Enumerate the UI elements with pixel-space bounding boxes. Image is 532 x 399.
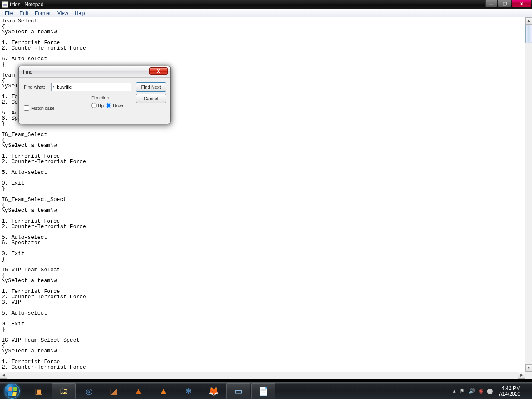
taskbar-item-notepad[interactable]: 📄 — [251, 383, 275, 399]
start-button[interactable] — [1, 383, 23, 399]
chevron-up-icon[interactable]: ▴ — [453, 388, 456, 394]
direction-up-radio[interactable] — [91, 103, 97, 108]
up-label: Up — [98, 103, 104, 108]
system-tray: ▴ ⚑ 🔊 ◉ ⬤ 4:42 PM 7/14/2020 — [453, 383, 532, 399]
direction-label: Direction — [91, 95, 124, 100]
taskbar-item-app2[interactable]: ◪ — [101, 383, 126, 399]
direction-up-option[interactable]: Up — [91, 103, 104, 108]
direction-group: Direction Up Down — [91, 95, 124, 108]
action-center-icon[interactable]: ⚑ — [460, 388, 465, 394]
horizontal-scrollbar[interactable]: ◀ ▶ — [0, 372, 525, 379]
flame-icon: ▲ — [132, 385, 145, 397]
volume-icon[interactable]: 🔊 — [468, 388, 475, 394]
find-close-button[interactable]: X — [149, 67, 168, 75]
direction-down-radio[interactable] — [106, 103, 111, 108]
menu-help[interactable]: Help — [72, 10, 89, 17]
match-case-checkbox[interactable] — [24, 105, 29, 111]
app-icon: ◪ — [107, 385, 120, 397]
clock-time: 4:42 PM — [498, 385, 520, 391]
gear-icon: ✱ — [182, 385, 195, 397]
menu-format[interactable]: Format — [32, 10, 54, 17]
menu-bar: File Edit Format View Help — [0, 9, 532, 17]
scroll-thumb[interactable] — [525, 25, 532, 43]
direction-down-option[interactable]: Down — [106, 103, 124, 108]
taskbar-item-app5[interactable]: ▭ — [226, 383, 250, 399]
folder-icon: 🗂 — [57, 385, 70, 397]
taskbar-item-firefox[interactable]: 🦊 — [201, 383, 225, 399]
taskbar-item-app1[interactable]: ◎ — [77, 383, 101, 399]
media-player-icon: ▣ — [32, 385, 45, 397]
notepad-icon: 📄 — [257, 385, 270, 397]
find-next-button[interactable]: Find Next — [136, 82, 166, 92]
scroll-left-button[interactable]: ◀ — [0, 372, 7, 379]
window-titlebar: titles - Notepad — ❐ ✕ — [0, 0, 532, 9]
show-desktop-button[interactable] — [524, 383, 530, 399]
find-dialog-body: Find what: Find Next Cancel Direction Up… — [19, 78, 170, 124]
clock[interactable]: 4:42 PM 7/14/2020 — [498, 385, 520, 397]
windows-logo-icon — [5, 384, 20, 399]
window-title: titles - Notepad — [10, 2, 44, 7]
picture-icon: ▭ — [232, 385, 245, 397]
notepad-icon — [2, 1, 8, 8]
down-label: Down — [113, 103, 124, 108]
tray-app-icon-2[interactable]: ⬤ — [487, 388, 493, 394]
match-case-label: Match case — [31, 106, 54, 111]
clock-date: 7/14/2020 — [498, 391, 520, 397]
tray-icons: ▴ ⚑ 🔊 ◉ ⬤ — [453, 388, 493, 394]
vlc-icon: ▲ — [157, 385, 170, 397]
taskbar-item-app4[interactable]: ✱ — [176, 383, 200, 399]
window-controls: — ❐ ✕ — [485, 0, 531, 7]
scroll-down-button[interactable]: ▼ — [525, 364, 532, 372]
find-dialog-title: Find — [23, 69, 32, 75]
close-button[interactable]: ✕ — [512, 0, 531, 7]
find-dialog: Find X Find what: Find Next Cancel Direc… — [18, 66, 171, 124]
taskbar-item-mediaplayer[interactable]: ▣ — [27, 383, 51, 399]
taskbar-items: ▣ 🗂 ◎ ◪ ▲ ▲ ✱ 🦊 ▭ 📄 — [27, 383, 275, 399]
maximize-button[interactable]: ❐ — [498, 0, 511, 7]
menu-edit[interactable]: Edit — [16, 10, 32, 17]
taskbar-item-app3[interactable]: ▲ — [126, 383, 151, 399]
firefox-icon: 🦊 — [207, 385, 220, 397]
scroll-up-button[interactable]: ▲ — [525, 17, 532, 25]
app-icon: ◎ — [82, 385, 95, 397]
menu-view[interactable]: View — [54, 10, 72, 17]
find-dialog-titlebar[interactable]: Find X — [19, 66, 170, 78]
minimize-button[interactable]: — — [485, 0, 497, 7]
taskbar-item-explorer[interactable]: 🗂 — [52, 383, 76, 399]
vertical-scrollbar[interactable]: ▲ ▼ — [525, 17, 532, 372]
menu-file[interactable]: File — [2, 10, 16, 17]
find-what-input[interactable] — [51, 83, 131, 91]
cancel-button[interactable]: Cancel — [136, 94, 166, 103]
match-case-option[interactable]: Match case — [24, 105, 54, 111]
taskbar-item-vlc[interactable]: ▲ — [151, 383, 176, 399]
taskbar: ▣ 🗂 ◎ ◪ ▲ ▲ ✱ 🦊 ▭ 📄 ▴ ⚑ 🔊 ◉ ⬤ 4:42 PM 7/… — [0, 382, 532, 399]
scroll-corner — [525, 372, 532, 379]
tray-app-icon[interactable]: ◉ — [479, 388, 483, 394]
find-what-label: Find what: — [24, 84, 45, 89]
scroll-right-button[interactable]: ▶ — [518, 372, 525, 379]
